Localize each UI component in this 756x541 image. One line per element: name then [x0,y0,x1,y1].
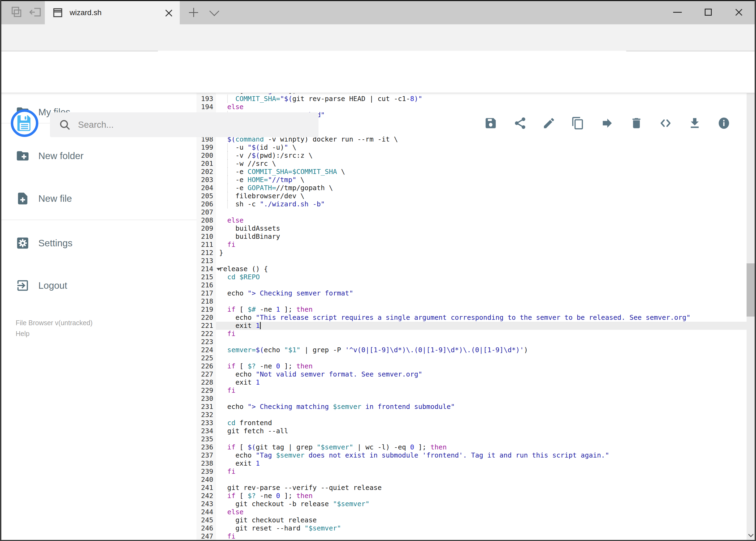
code-line[interactable]: 228 exit 1 [196,378,747,386]
code-line[interactable]: 233 cd frontend [196,419,747,427]
line-number: 214 [196,265,216,273]
code-line[interactable]: 238 exit 1 [196,459,747,467]
code-line[interactable]: 213 [196,257,747,265]
line-number: 221 [196,322,216,330]
code-editor[interactable]: 192 if [ -d ".git" ]; then193 COMMIT_SHA… [196,93,747,541]
line-number: 218 [196,297,216,305]
code-line[interactable]: 231 echo "> Checking matching $semver in… [196,403,747,411]
code-line[interactable]: 201 -w //src \ [196,160,747,168]
scrollbar-thumb[interactable] [747,264,755,316]
code-line[interactable]: 217 echo "> Checking semver format" [196,289,747,297]
edit-button[interactable] [539,113,560,134]
code-line[interactable]: 229 fi [196,386,747,395]
code-line[interactable]: 226 if [ $? -ne 0 ]; then [196,362,747,370]
sidebar-item-new-folder[interactable]: New folder [0,142,196,169]
indent-guide [227,192,228,200]
tab-close-icon[interactable] [162,7,175,19]
search-input[interactable] [78,120,299,130]
move-button[interactable] [597,113,618,134]
share-button[interactable] [510,113,531,134]
code-line[interactable]: 207 [196,208,747,216]
code-line[interactable]: 210 buildBinary [196,233,747,241]
code-line[interactable]: 220 echo "This release script requires a… [196,313,747,322]
indent-guide [227,200,228,208]
code-line[interactable]: 203 -e HOME="//tmp" \ [196,176,747,184]
set-tabs-aside-icon[interactable] [27,4,45,20]
line-number: 215 [196,273,216,281]
filebrowser-header [0,51,756,93]
code-line[interactable]: 199 -u "$(id -u)" \ [196,144,747,152]
code-view-button[interactable] [655,113,676,134]
tab-title: wizard.sh [70,8,102,17]
code-line[interactable]: 202 -e COMMIT_SHA=$COMMIT_SHA \ [196,168,747,176]
sidebar-item-logout[interactable]: Logout [0,272,196,299]
code-line[interactable]: 236 if [ $(git tag | grep "$semver" | wc… [196,443,747,451]
line-number: 245 [196,516,216,524]
code-line[interactable]: 246 git reset --hard "$semver" [196,524,747,532]
code-line[interactable]: 245 git checkout release [196,516,747,524]
code-line[interactable]: 204 -e GOPATH=//tmp/gopath \ [196,184,747,192]
new-tab-button[interactable] [186,5,201,19]
line-number: 230 [196,395,216,403]
code-line[interactable]: 218 [196,297,747,305]
code-line[interactable]: 215 cd $REPO [196,273,747,281]
line-number: 225 [196,354,216,362]
code-line[interactable]: 193 COMMIT_SHA="$(git rev-parse HEAD | c… [196,95,747,103]
code-line[interactable]: 230 [196,395,747,403]
sidebar-item-label: New file [38,193,72,204]
code-line[interactable]: 223 [196,338,747,346]
sidebar-item-new-file[interactable]: New file [0,185,196,212]
tab-list-chevron-icon[interactable] [207,7,221,18]
sidebar-item-settings[interactable]: Settings [0,230,196,257]
code-line[interactable]: 247 fi [196,532,747,540]
code-line[interactable]: 242 if [ $? -ne 0 ]; then [196,492,747,500]
line-number: 216 [196,281,216,289]
code-line[interactable]: 240 [196,476,747,484]
line-number: 205 [196,192,216,200]
page-scrollbar[interactable] [747,51,755,541]
code-line[interactable]: 194 else [196,103,747,111]
save-button[interactable] [480,113,501,134]
download-button[interactable] [684,113,705,134]
maximize-button[interactable] [693,0,723,24]
code-line[interactable]: 235 [196,435,747,443]
line-number: 239 [196,467,216,476]
info-button[interactable] [713,113,734,134]
browser-tab[interactable]: wizard.sh [45,1,180,24]
app-version: File Browser v(untracked) [16,317,93,328]
indent-guide [227,160,228,168]
code-line[interactable]: 206 sh -c "./wizard.sh -b" [196,200,747,208]
line-number: 244 [196,508,216,516]
code-line[interactable]: 243 git checkout -b release "$semver" [196,500,747,508]
code-line[interactable]: 225 [196,354,747,362]
code-line[interactable]: 219 if [ $# -ne 1 ]; then [196,305,747,313]
code-line[interactable]: 205 filebrowser/dev \ [196,192,747,200]
code-line[interactable]: 221 exit 1 [196,322,747,330]
code-line[interactable]: 224 semver=$(echo "$1" | grep -P '^v(0|[… [196,346,747,354]
code-line[interactable]: 216 [196,281,747,289]
search-bar[interactable] [50,112,319,137]
code-line[interactable]: 237 echo "Tag $semver does not exist in … [196,451,747,459]
copy-button[interactable] [567,113,589,134]
delete-button[interactable] [626,113,647,134]
logout-icon [16,278,30,292]
code-line[interactable]: 234 git fetch --all [196,427,747,435]
help-link[interactable]: Help [16,328,93,339]
code-line[interactable]: 214release () { [196,265,747,273]
code-line[interactable]: 241 git rev-parse --verify --quiet relea… [196,484,747,492]
code-line[interactable]: 222 fi [196,330,747,338]
code-line[interactable]: 227 echo "Not valid semver format. See s… [196,370,747,378]
code-line[interactable]: 209 buildAssets [196,225,747,233]
scroll-down-arrow-icon[interactable] [747,530,755,541]
line-number: 241 [196,484,216,492]
close-window-button[interactable] [724,0,754,24]
code-line[interactable]: 208 else [196,216,747,225]
code-line[interactable]: 244 else [196,508,747,516]
code-line[interactable]: 239 fi [196,467,747,476]
code-line[interactable]: 232 [196,411,747,419]
minimize-button[interactable] [662,0,692,24]
code-line[interactable]: 211 fi [196,241,747,249]
tab-preview-icon[interactable] [8,4,25,20]
code-line[interactable]: 200 -v /$(pwd):/src:z \ [196,152,747,160]
code-line[interactable]: 212} [196,249,747,257]
